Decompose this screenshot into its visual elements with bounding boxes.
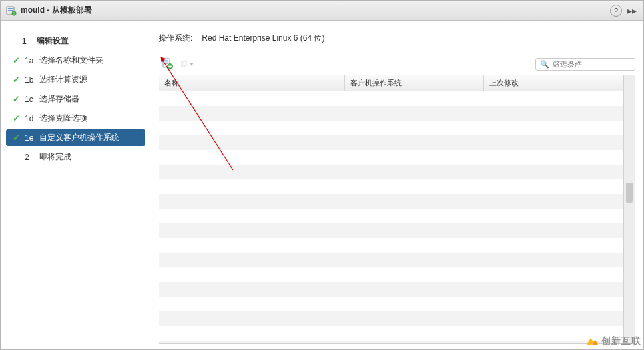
new-spec-icon[interactable] (161, 57, 174, 71)
step-select-name-folder[interactable]: ✓ 1a 选择名称和文件夹 (6, 52, 145, 69)
svg-rect-10 (168, 66, 172, 67)
svg-rect-12 (183, 61, 187, 65)
vertical-scrollbar[interactable] (623, 75, 635, 343)
step-heading-edit-settings[interactable]: 1 编辑设置 (6, 33, 145, 49)
check-icon: ✓ (13, 94, 22, 104)
watermark: 创新互联 (585, 334, 641, 349)
os-info-row: 操作系统: Red Hat Enterprise Linux 6 (64 位) (159, 33, 635, 44)
table-row[interactable] (159, 297, 623, 311)
check-icon: ✓ (13, 55, 22, 65)
svg-rect-1 (8, 8, 13, 9)
search-icon: 🔍 (540, 60, 549, 69)
deploy-wizard-window: mould - 从模板部署 ? ▸▸ 1 编辑设置 ✓ 1a 选择名称和文件夹 … (0, 0, 644, 350)
col-name[interactable]: 名称 (159, 75, 345, 91)
window-title: mould - 从模板部署 (21, 5, 610, 16)
step-select-compute[interactable]: ✓ 1b 选择计算资源 (6, 71, 145, 88)
step-select-storage[interactable]: ✓ 1c 选择存储器 (6, 91, 145, 107)
spec-table-wrap: 名称 客户机操作系统 上次修改 (159, 75, 635, 344)
table-row[interactable] (159, 121, 623, 135)
scrollbar-handle[interactable] (626, 183, 633, 203)
table-row[interactable] (159, 341, 623, 345)
watermark-text: 创新互联 (601, 335, 641, 347)
wizard-steps-sidebar: 1 编辑设置 ✓ 1a 选择名称和文件夹 ✓ 1b 选择计算资源 ✓ 1c 选择… (1, 21, 151, 349)
watermark-icon (585, 334, 599, 349)
col-last-modified[interactable]: 上次修改 (484, 75, 623, 91)
chevron-down-icon: ▼ (189, 61, 194, 67)
titlebar: mould - 从模板部署 ? ▸▸ (1, 1, 643, 21)
table-row[interactable] (159, 179, 623, 194)
table-row[interactable] (159, 311, 623, 326)
table-row[interactable] (159, 150, 623, 165)
table-row[interactable] (159, 194, 623, 209)
table-body (159, 91, 623, 345)
check-icon: ✓ (13, 133, 22, 143)
expand-icon[interactable]: ▸▸ (626, 5, 638, 16)
table-row[interactable] (159, 326, 623, 341)
svg-rect-5 (164, 60, 168, 61)
svg-point-3 (12, 11, 16, 15)
check-icon: ✓ (13, 113, 22, 123)
toolbar: ▼ 🔍 ▼ (159, 57, 635, 71)
table-row[interactable] (159, 165, 623, 179)
help-icon[interactable]: ? (610, 5, 622, 17)
step-select-clone-options[interactable]: ✓ 1d 选择克隆选项 (6, 110, 145, 127)
table-row[interactable] (159, 253, 623, 267)
spec-table: 名称 客户机操作系统 上次修改 (159, 75, 623, 344)
table-row[interactable] (159, 91, 623, 106)
svg-rect-13 (184, 61, 186, 62)
table-row[interactable] (159, 106, 623, 121)
os-value: Red Hat Enterprise Linux 6 (64 位) (202, 33, 324, 44)
table-row[interactable] (159, 135, 623, 150)
table-row[interactable] (159, 282, 623, 297)
svg-rect-7 (164, 63, 168, 64)
table-row[interactable] (159, 267, 623, 282)
os-label: 操作系统: (159, 33, 192, 44)
wizard-content: 操作系统: Red Hat Enterprise Linux 6 (64 位) (151, 21, 643, 349)
svg-rect-2 (8, 10, 13, 11)
table-row[interactable] (159, 209, 623, 223)
copy-spec-icon[interactable]: ▼ (181, 57, 194, 71)
template-icon (6, 5, 17, 16)
check-icon: ✓ (13, 75, 22, 85)
table-row[interactable] (159, 238, 623, 253)
step-ready-to-complete[interactable]: 2 即将完成 (6, 149, 145, 165)
table-row[interactable] (159, 223, 623, 238)
step-customize-guest-os[interactable]: ✓ 1e 自定义客户机操作系统 (6, 129, 145, 146)
svg-rect-6 (164, 62, 168, 63)
col-guest-os[interactable]: 客户机操作系统 (345, 75, 484, 91)
filter-box[interactable]: 🔍 ▼ (535, 58, 635, 71)
filter-input[interactable] (552, 60, 643, 68)
svg-rect-14 (184, 63, 186, 63)
